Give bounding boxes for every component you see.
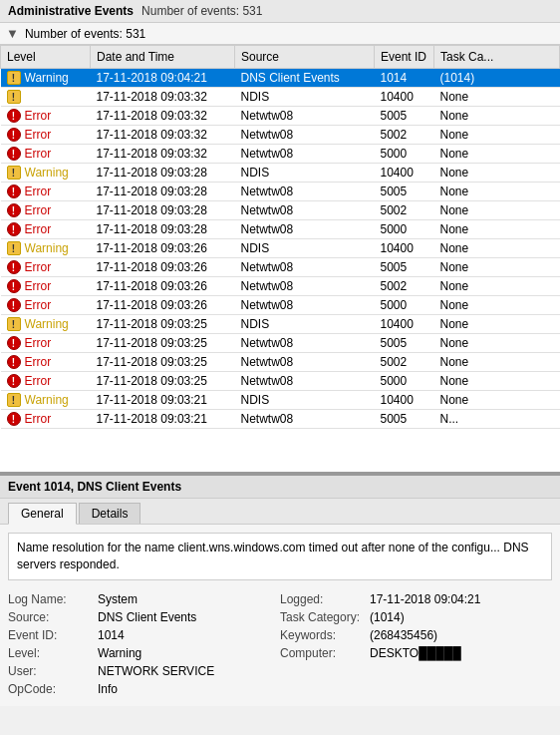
detail-row: Source:DNS Client Events (8, 608, 280, 626)
event-description: Name resolution for the name client.wns.… (8, 533, 552, 580)
table-row[interactable]: !Error17-11-2018 09:03:32Netwtw085000Non… (1, 145, 560, 164)
cell-taskcat: None (434, 277, 560, 296)
events-table: Level Date and Time Source Event ID Task… (0, 45, 560, 429)
cell-taskcat: None (434, 353, 560, 372)
table-row[interactable]: !Error17-11-2018 09:03:25Netwtw085005Non… (1, 334, 560, 353)
detail-value: NETWORK SERVICE (98, 664, 214, 678)
cell-source: Netwtw08 (235, 410, 375, 429)
cell-eventid: 5000 (375, 145, 434, 164)
cell-level: !Error (1, 372, 91, 391)
table-row[interactable]: !Warning17-11-2018 09:04:21DNS Client Ev… (1, 69, 560, 88)
cell-eventid: 5000 (375, 372, 434, 391)
table-row[interactable]: !Error17-11-2018 09:03:21Netwtw085005N..… (1, 410, 560, 429)
cell-source: Netwtw08 (235, 107, 375, 126)
table-row[interactable]: !Error17-11-2018 09:03:25Netwtw085002Non… (1, 353, 560, 372)
cell-eventid: 10400 (375, 164, 434, 183)
cell-taskcat: None (434, 88, 560, 107)
col-source[interactable]: Source (235, 46, 375, 69)
cell-taskcat: None (434, 201, 560, 220)
cell-eventid: 10400 (375, 88, 434, 107)
detail-value: (268435456) (370, 628, 437, 642)
cell-datetime: 17-11-2018 09:03:26 (91, 258, 235, 277)
error-icon: ! (7, 203, 21, 217)
detail-label: User: (8, 664, 98, 678)
detail-row: Logged:17-11-2018 09:04:21 (280, 590, 552, 608)
cell-source: Netwtw08 (235, 277, 375, 296)
cell-source: NDIS (235, 239, 375, 258)
table-row[interactable]: !Warning17-11-2018 09:03:25NDIS10400None (1, 315, 560, 334)
cell-taskcat: None (434, 126, 560, 145)
level-text: Warning (25, 241, 69, 255)
detail-label: Source: (8, 610, 98, 624)
table-row[interactable]: !Error17-11-2018 09:03:26Netwtw085000Non… (1, 296, 560, 315)
detail-row: Level:Warning (8, 644, 280, 662)
table-row[interactable]: !Error17-11-2018 09:03:28Netwtw085000Non… (1, 220, 560, 239)
warning-icon: ! (7, 166, 21, 180)
cell-level: !Error (1, 183, 91, 201)
table-row[interactable]: !Error17-11-2018 09:03:28Netwtw085005Non… (1, 183, 560, 201)
detail-value: DESKTO█████ (370, 646, 461, 660)
table-row[interactable]: !Error17-11-2018 09:03:26Netwtw085005Non… (1, 258, 560, 277)
error-icon: ! (7, 128, 21, 142)
detail-value: (1014) (370, 610, 405, 624)
cell-taskcat: None (434, 107, 560, 126)
cell-level: !Error (1, 277, 91, 296)
error-icon: ! (7, 109, 21, 123)
level-text: Warning (25, 71, 69, 85)
table-row[interactable]: !Warning17-11-2018 09:03:21NDIS10400None (1, 391, 560, 410)
col-level[interactable]: Level (1, 46, 91, 69)
col-eventid[interactable]: Event ID (375, 46, 434, 69)
cell-level: !Error (1, 126, 91, 145)
col-taskcat[interactable]: Task Ca... (434, 46, 560, 69)
table-row[interactable]: !Error17-11-2018 09:03:32Netwtw085005Non… (1, 107, 560, 126)
toolbar: ▼ Number of events: 531 (0, 23, 560, 45)
table-row[interactable]: !Warning17-11-2018 09:03:28NDIS10400None (1, 164, 560, 183)
event-details-grid: Log Name:SystemSource:DNS Client EventsE… (8, 590, 552, 698)
table-row[interactable]: !Error17-11-2018 09:03:26Netwtw085002Non… (1, 277, 560, 296)
detail-row: User:NETWORK SERVICE (8, 662, 280, 680)
level-text: Error (25, 128, 52, 142)
table-header-row: Level Date and Time Source Event ID Task… (1, 46, 560, 69)
detail-label: Event ID: (8, 628, 98, 642)
event-description-text: Name resolution for the name client.wns.… (17, 541, 529, 571)
cell-datetime: 17-11-2018 09:03:28 (91, 164, 235, 183)
error-icon: ! (7, 374, 21, 388)
cell-source: Netwtw08 (235, 126, 375, 145)
warning-icon: ! (7, 317, 21, 331)
level-text: Error (25, 412, 52, 426)
cell-eventid: 5005 (375, 183, 434, 201)
cell-level: !Error (1, 145, 91, 164)
detail-value: DNS Client Events (98, 610, 196, 624)
level-text: Error (25, 109, 52, 123)
cell-eventid: 5000 (375, 296, 434, 315)
cell-eventid: 10400 (375, 315, 434, 334)
cell-datetime: 17-11-2018 09:03:25 (91, 372, 235, 391)
cell-eventid: 10400 (375, 239, 434, 258)
cell-taskcat: None (434, 164, 560, 183)
bottom-panel: Event 1014, DNS Client Events General De… (0, 474, 560, 706)
table-row[interactable]: !Error17-11-2018 09:03:28Netwtw085002Non… (1, 201, 560, 220)
level-text: Error (25, 147, 52, 161)
cell-source: DNS Client Events (235, 69, 375, 88)
level-text: Warning (25, 166, 69, 180)
tab-general[interactable]: General (8, 503, 77, 525)
col-datetime[interactable]: Date and Time (91, 46, 235, 69)
filter-icon[interactable]: ▼ (6, 26, 19, 41)
cell-datetime: 17-11-2018 09:04:21 (91, 69, 235, 88)
warning-icon: ! (7, 90, 21, 104)
warning-icon: ! (7, 393, 21, 407)
cell-taskcat: None (434, 183, 560, 201)
table-row[interactable]: !Warning17-11-2018 09:03:26NDIS10400None (1, 239, 560, 258)
cell-level: !Error (1, 220, 91, 239)
table-row[interactable]: !17-11-2018 09:03:32NDIS10400None (1, 88, 560, 107)
table-row[interactable]: !Error17-11-2018 09:03:25Netwtw085000Non… (1, 372, 560, 391)
cell-taskcat: None (434, 258, 560, 277)
cell-source: NDIS (235, 164, 375, 183)
events-table-container[interactable]: Level Date and Time Source Event ID Task… (0, 45, 560, 474)
cell-level: !Error (1, 296, 91, 315)
table-row[interactable]: !Error17-11-2018 09:03:32Netwtw085002Non… (1, 126, 560, 145)
tab-details[interactable]: Details (79, 503, 141, 524)
error-icon: ! (7, 298, 21, 312)
error-icon: ! (7, 222, 21, 236)
detail-label: Task Category: (280, 610, 370, 624)
